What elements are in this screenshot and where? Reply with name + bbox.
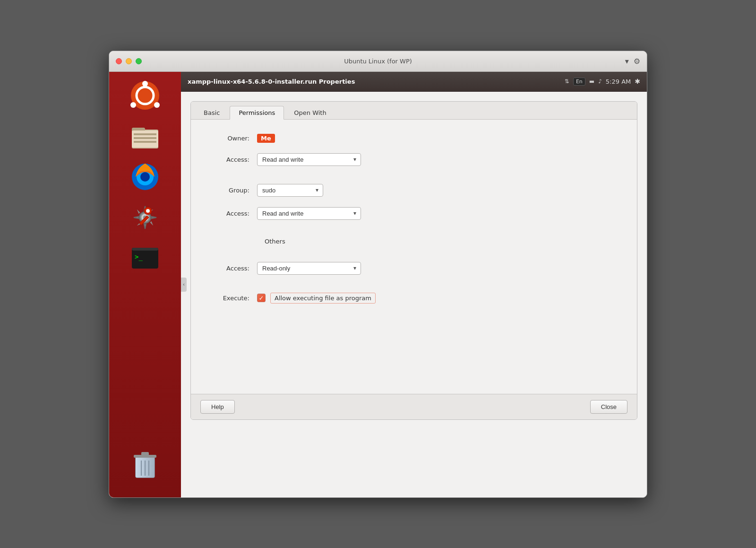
titlebar-right: ▾ ⚙	[625, 57, 640, 66]
window-title: Ubuntu Linux (for WP)	[344, 58, 412, 65]
menubar-right: ⇅ En ▬ ♪ 5:29 AM ✱	[565, 78, 640, 86]
system-settings-icon	[130, 202, 160, 233]
sidebar-item-system-settings[interactable]	[126, 199, 164, 236]
execute-checkbox[interactable]	[257, 294, 266, 302]
menubar-title: xampp-linux-x64-5.6.8-0-installer.run Pr…	[188, 78, 355, 85]
owner-row: Owner: Me	[210, 134, 618, 143]
close-button[interactable]: Close	[590, 400, 627, 414]
others-access-select-wrap: Read-only Read and write None	[257, 262, 361, 275]
svg-rect-9	[134, 137, 156, 139]
tab-open-with[interactable]: Open With	[285, 106, 335, 120]
file-manager-icon	[130, 121, 160, 151]
group-access-select[interactable]: Read and write Read-only None	[257, 207, 361, 220]
sidebar-item-file-manager[interactable]	[126, 117, 164, 155]
sidebar-item-firefox[interactable]	[126, 158, 164, 196]
dialog-area: Basic Permissions Open With Owner: Me	[181, 92, 647, 497]
dialog-footer: Help Close	[191, 394, 637, 419]
execute-checkbox-label: Allow executing file as program	[270, 293, 376, 304]
ubuntu-logo-icon	[130, 80, 160, 111]
trash-icon	[132, 449, 158, 479]
svg-rect-8	[134, 133, 156, 135]
divider-3	[210, 285, 618, 293]
titlebar: Ubuntu Linux (for WP) ▾ ⚙	[109, 51, 647, 72]
svg-rect-10	[134, 141, 156, 143]
svg-rect-25	[141, 452, 149, 456]
main-area: xampp-linux-x64-5.6.8-0-installer.run Pr…	[181, 72, 647, 497]
svg-point-3	[130, 102, 136, 108]
group-label: Group:	[210, 187, 257, 194]
sort-icon[interactable]: ⇅	[565, 78, 569, 85]
svg-point-2	[142, 81, 148, 87]
group-access-select-wrap: Read and write Read-only None	[257, 207, 361, 220]
owner-value-badge: Me	[257, 134, 275, 143]
svg-point-4	[154, 102, 160, 108]
group-access-row: Access: Read and write Read-only None	[210, 207, 618, 220]
others-header-row: Others	[210, 238, 618, 252]
svg-rect-20	[132, 248, 158, 251]
svg-point-18	[146, 209, 150, 213]
tabs-bar: Basic Permissions Open With	[191, 102, 637, 120]
owner-label: Owner:	[210, 135, 257, 142]
others-access-select[interactable]: Read-only Read and write None	[257, 262, 361, 275]
tab-permissions[interactable]: Permissions	[230, 106, 284, 120]
svg-text:>_: >_	[135, 253, 143, 261]
others-access-label: Access:	[210, 265, 257, 272]
execute-row: Execute: Allow executing file as program	[210, 293, 618, 304]
divider-2	[210, 230, 618, 238]
execute-checkbox-row: Allow executing file as program	[257, 293, 376, 304]
group-row: Group: sudo users root	[210, 184, 618, 197]
owner-access-select[interactable]: Read and write Read-only None	[257, 153, 361, 166]
volume-icon[interactable]: ♪	[598, 78, 602, 85]
maximize-window-button[interactable]	[136, 58, 142, 64]
owner-access-row: Access: Read and write Read-only None	[210, 153, 618, 166]
permissions-tab-content: Owner: Me Access: Read and write Read-on…	[191, 120, 637, 394]
others-section-label: Others	[265, 238, 285, 245]
main-window: Ubuntu Linux (for WP) ▾ ⚙	[109, 51, 647, 498]
chevron-down-icon[interactable]: ▾	[625, 57, 629, 66]
keyboard-layout-badge[interactable]: En	[573, 78, 585, 86]
window-controls	[116, 58, 142, 64]
sidebar-item-trash[interactable]	[126, 445, 164, 483]
battery-icon: ▬	[589, 78, 594, 85]
minimize-window-button[interactable]	[126, 58, 132, 64]
menubar: xampp-linux-x64-5.6.8-0-installer.run Pr…	[181, 72, 647, 92]
close-window-button[interactable]	[116, 58, 122, 64]
owner-access-label: Access:	[210, 156, 257, 163]
menu-settings-icon[interactable]: ✱	[635, 78, 640, 85]
properties-dialog: Basic Permissions Open With Owner: Me	[190, 101, 637, 420]
svg-point-13	[140, 172, 150, 182]
divider-1	[210, 176, 618, 184]
sidebar-collapse-button[interactable]: ‹	[181, 278, 187, 292]
group-access-label: Access:	[210, 210, 257, 217]
gear-icon[interactable]: ⚙	[634, 57, 640, 66]
terminal-icon: >_	[130, 243, 160, 273]
sidebar-item-ubuntu-home[interactable]	[126, 77, 164, 114]
others-access-row: Access: Read-only Read and write None	[210, 262, 618, 275]
sidebar: >_ ‹	[109, 72, 181, 497]
firefox-icon	[130, 162, 160, 192]
execute-label: Execute:	[210, 295, 257, 302]
owner-access-select-wrap: Read and write Read-only None	[257, 153, 361, 166]
window-body: >_ ‹	[109, 72, 647, 497]
clock: 5:29 AM	[606, 78, 631, 85]
help-button[interactable]: Help	[200, 400, 235, 414]
group-select-wrap: sudo users root	[257, 184, 323, 197]
tab-basic[interactable]: Basic	[195, 106, 229, 120]
group-select[interactable]: sudo users root	[257, 184, 323, 197]
sidebar-item-terminal[interactable]: >_	[126, 239, 164, 277]
